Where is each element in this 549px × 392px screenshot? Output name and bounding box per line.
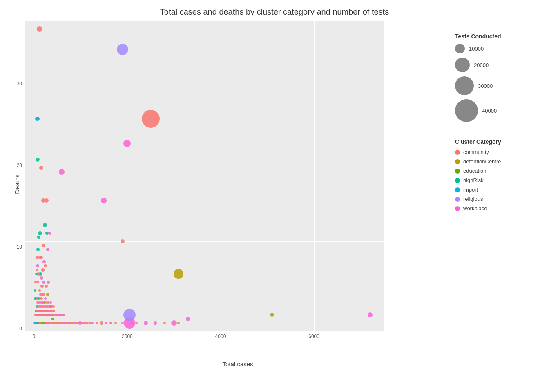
legend-color-dot-community xyxy=(455,150,460,155)
bubble-community xyxy=(37,281,39,283)
bubble-community xyxy=(142,110,160,128)
bubble-community xyxy=(36,269,38,271)
legend-color-label-workplace: workplace xyxy=(463,205,487,212)
legend-color-item-detentionCentre: detentionCentre xyxy=(455,158,541,165)
bubble-workplace xyxy=(186,317,190,321)
legend-size-circle xyxy=(455,76,474,95)
legend-color-label-community: community xyxy=(463,149,489,155)
bubble-community xyxy=(34,281,37,283)
bubble-workplace xyxy=(48,232,51,235)
legend-color-item-import: import xyxy=(455,187,541,193)
bubble-highRisk xyxy=(36,248,40,251)
bubble-workplace xyxy=(144,321,148,325)
legend-color-dot-education xyxy=(455,169,460,174)
bubble-community xyxy=(42,293,45,296)
legend-color-item-highRisk: highRisk xyxy=(455,177,541,183)
bubble-community xyxy=(41,268,45,272)
bubble-community xyxy=(45,198,49,203)
bubble-workplace xyxy=(368,312,373,317)
legend-size-label: 40000 xyxy=(482,108,497,114)
bubble-workplace xyxy=(47,281,50,284)
bubble-community xyxy=(63,314,65,316)
legend-size-item: 40000 xyxy=(455,99,541,122)
bubble-community xyxy=(40,256,43,259)
legend-color-dot-import xyxy=(455,187,460,192)
legend-size-circle xyxy=(455,44,465,53)
bubble-religious xyxy=(117,44,128,55)
bubble-community xyxy=(52,305,55,308)
bubble-community xyxy=(40,285,44,288)
legend-size-label: 30000 xyxy=(478,83,493,89)
chart-container: Total cases and deaths by cluster catego… xyxy=(0,0,549,392)
plot-area: 01020300200040006000 xyxy=(25,21,384,331)
bubble-workplace xyxy=(59,169,65,175)
bubble-community xyxy=(45,285,48,288)
bubble-workplace xyxy=(131,322,133,324)
legend-sizes-title: Tests Conducted xyxy=(455,33,541,40)
chart-title: Total cases and deaths by cluster catego… xyxy=(160,7,389,17)
plot-area-wrapper: Deaths 01020300200040006000 Total cases xyxy=(0,21,455,388)
legend-color-item-workplace: workplace xyxy=(455,205,541,212)
legend-color-item-community: community xyxy=(455,149,541,155)
bubble-education xyxy=(42,322,45,324)
bubble-workplace xyxy=(154,321,157,325)
bubble-highRisk xyxy=(43,223,47,227)
legend-size-label: 10000 xyxy=(469,46,484,52)
legend-color-dot-detentionCentre xyxy=(455,159,460,164)
bubble-highRisk xyxy=(37,236,40,239)
bubble-religious xyxy=(123,309,136,321)
legend-color-label-religious: religious xyxy=(463,196,483,202)
x-axis-label: Total cases xyxy=(25,361,451,368)
legend-panel: Tests Conducted10000200003000040000Clust… xyxy=(455,21,549,388)
legend-color-dot-highRisk xyxy=(455,178,460,183)
legend-size-item: 20000 xyxy=(455,58,541,72)
legend-color-item-religious: religious xyxy=(455,196,541,202)
legend-color-label-highRisk: highRisk xyxy=(463,177,484,183)
bubble-workplace xyxy=(171,320,177,326)
bubble-community xyxy=(42,244,45,247)
legend-colors-title: Cluster Category xyxy=(455,138,541,145)
bubble-workplace xyxy=(105,322,107,324)
bubble-workplace xyxy=(42,281,45,284)
bubble-workplace xyxy=(46,248,49,251)
bubble-workplace xyxy=(121,322,124,324)
bubble-community xyxy=(37,26,42,32)
bubble-community xyxy=(163,322,166,324)
bubble-workplace xyxy=(49,301,52,304)
bubble-workplace xyxy=(91,322,94,324)
bubble-workplace xyxy=(101,198,107,203)
bubble-detentionCentre xyxy=(270,313,274,317)
bubble-community xyxy=(109,322,112,324)
legend-color-label-detentionCentre: detentionCentre xyxy=(463,158,501,165)
bubble-highRisk xyxy=(34,297,36,300)
bubble-highRisk xyxy=(34,289,36,292)
bubble-highRisk xyxy=(35,273,38,275)
legend-size-circle xyxy=(455,58,470,72)
bubble-detentionCentre xyxy=(46,293,49,296)
y-axis-label: Deaths xyxy=(13,174,20,194)
bubble-detentionCentre xyxy=(177,322,180,324)
legend-color-dot-religious xyxy=(455,197,460,202)
legend-color-dot-workplace xyxy=(455,206,460,211)
bubble-community xyxy=(135,322,138,324)
bubble-detentionCentre xyxy=(174,269,183,279)
bubble-workplace xyxy=(44,297,47,300)
legend-size-item: 30000 xyxy=(455,76,541,95)
legend-size-circle xyxy=(455,99,478,122)
bubble-workplace xyxy=(40,276,43,280)
bubble-community xyxy=(53,310,55,312)
bubble-education xyxy=(51,318,54,320)
bubble-highRisk xyxy=(38,231,42,235)
bubble-workplace xyxy=(42,260,46,263)
bubble-community xyxy=(38,289,41,292)
bubble-community xyxy=(96,322,98,324)
bubble-community xyxy=(114,322,117,324)
legend-color-label-import: import xyxy=(463,187,478,193)
bubble-highRisk xyxy=(36,158,40,162)
bubble-workplace xyxy=(123,140,131,147)
bubble-community xyxy=(44,264,47,267)
bubble-community xyxy=(36,256,39,259)
bubble-workplace xyxy=(36,264,39,267)
bubble-community xyxy=(121,239,125,243)
legend-color-label-education: education xyxy=(463,168,486,174)
